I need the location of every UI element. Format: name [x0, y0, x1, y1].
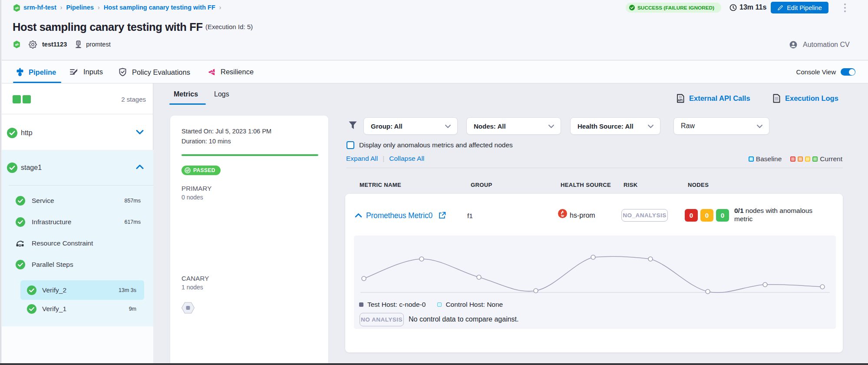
- svg-text:API: API: [678, 99, 683, 102]
